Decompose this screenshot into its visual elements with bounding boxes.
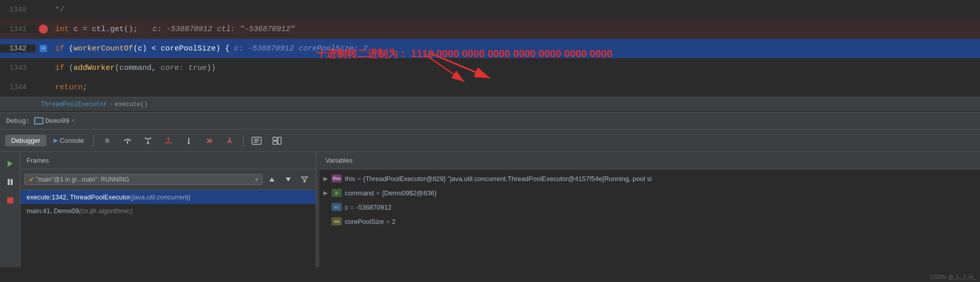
thread-dropdown-icon: ▾	[255, 176, 258, 183]
svg-marker-26	[286, 177, 291, 182]
bottom-panels: Frames ✔ "main"@1 in gr...main": RUNNING…	[0, 152, 980, 267]
code-line-1343: 1343 if (addWorker(command, core: true))	[0, 58, 980, 78]
svg-rect-18	[273, 137, 277, 140]
toolbar-btn-step-out[interactable]	[159, 133, 178, 148]
toolbar-divider-1	[93, 135, 94, 147]
var-item-this[interactable]: ▶ this this = {ThreadPoolExecutor@829} "…	[319, 171, 980, 186]
tab-debugger[interactable]: Debugger	[5, 135, 46, 146]
frame-up-btn[interactable]	[265, 172, 279, 187]
variables-panel: Variables ▶ this this = {ThreadPoolExecu…	[319, 152, 980, 267]
toolbar-divider-2	[243, 135, 243, 147]
thread-label: "main"@1 in gr...main": RUNNING	[36, 176, 255, 183]
var-arrow-command: ▶	[323, 190, 332, 196]
line-content-1342: if (workerCountOf(c) < corePoolSize) { c…	[51, 44, 980, 53]
svg-marker-8	[146, 143, 149, 144]
svg-point-0	[40, 26, 46, 32]
var-icon-c: 01	[332, 203, 342, 211]
toolbar-btn-evaluate[interactable]	[200, 133, 218, 148]
debug-header: Debug: Demo09 ×	[0, 112, 980, 130]
frames-list: execute:1342, ThreadPoolExecutor (java.u…	[20, 190, 316, 267]
line-number-1342: 1342	[0, 44, 36, 53]
svg-rect-24	[7, 197, 13, 203]
debug-tab-name[interactable]: Demo09	[45, 117, 69, 125]
toolbar-btn-menu[interactable]: ≡	[98, 133, 116, 148]
svg-rect-23	[11, 179, 13, 185]
var-icon-command: p	[332, 189, 342, 197]
svg-marker-25	[269, 177, 274, 182]
frames-header: Frames	[20, 152, 316, 169]
var-name-command: command	[345, 189, 374, 197]
thread-tick-icon: ✔	[29, 176, 34, 183]
line-content-1343: if (addWorker(command, core: true))	[51, 64, 980, 72]
frame-item-1[interactable]: main:41, Demo09 (cn.ljh.algorithmic)	[20, 204, 316, 218]
breadcrumb: ThreadPoolExecutor › execute()	[0, 97, 980, 111]
line-number-1341: 1341	[0, 25, 36, 33]
frame-detail-1: (cn.ljh.algorithmic)	[79, 207, 133, 215]
var-item-command[interactable]: ▶ p command = {Demo09$2@836}	[319, 186, 980, 200]
var-icon-this: this	[332, 174, 342, 183]
svg-rect-22	[8, 179, 10, 185]
var-item-c[interactable]: ▶ 01 c = -536870912	[319, 200, 980, 214]
var-arrow-corepoolsize: ▶	[323, 218, 332, 225]
line-content-1340: */	[51, 6, 980, 14]
svg-rect-19	[273, 141, 277, 144]
svg-marker-27	[301, 177, 308, 182]
var-icon-corepoolsize: oo	[332, 217, 342, 225]
frames-toolbar: ✔ "main"@1 in gr...main": RUNNING ▾	[20, 169, 316, 190]
code-line-1340: 1340 */	[0, 0, 980, 19]
code-editor: 1340 */ 1341 int c = ctl.get(); c: -5368…	[0, 0, 980, 112]
toolbar-btn-run-to-cursor[interactable]	[180, 133, 198, 148]
debug-tab-icon	[34, 117, 43, 124]
toolbar-btn-restore[interactable]	[268, 133, 286, 148]
stop-button[interactable]	[3, 193, 18, 208]
frames-panel: Frames ✔ "main"@1 in gr...main": RUNNING…	[20, 152, 316, 267]
pause-button[interactable]	[3, 174, 18, 190]
var-val-command: {Demo09$2@836}	[382, 189, 437, 197]
frame-filter-btn[interactable]	[297, 172, 312, 187]
line-number-1343: 1343	[0, 64, 36, 72]
line-number-1340: 1340	[0, 6, 36, 14]
resume-button[interactable]	[3, 156, 18, 171]
code-line-1344: 1344 return;	[0, 78, 980, 97]
debug-toolbar: Debugger ▶ Console ≡	[0, 130, 980, 152]
csdn-watermark: CSDN @_L_J_H_	[931, 274, 976, 280]
var-name-c: c	[345, 203, 348, 211]
breadcrumb-method[interactable]: execute()	[115, 101, 148, 108]
frames-title: Frames	[27, 157, 49, 164]
frame-down-btn[interactable]	[281, 172, 295, 187]
debugger-tab-label: Debugger	[11, 137, 40, 144]
toolbar-btn-watch[interactable]	[247, 133, 266, 148]
var-arrow-this: ▶	[323, 175, 332, 182]
var-item-corepoolsize[interactable]: ▶ oo corePoolSize = 2	[319, 214, 980, 228]
minus-icon-1342: −	[40, 45, 47, 52]
toolbar-btn-step-into[interactable]	[139, 133, 157, 148]
debug-action-sidebar	[0, 152, 20, 267]
var-arrow-c: ▶	[323, 204, 332, 211]
console-arrow-icon: ▶	[54, 137, 58, 144]
toolbar-btn-step-over[interactable]	[118, 133, 137, 148]
svg-marker-10	[167, 137, 170, 139]
var-name-this: this	[345, 175, 355, 183]
frame-item-0[interactable]: execute:1342, ThreadPoolExecutor (java.u…	[20, 190, 316, 204]
var-val-this: {ThreadPoolExecutor@829} "java.util.conc…	[363, 175, 652, 183]
line-gutter-1342: −	[36, 45, 51, 52]
debug-tab-close[interactable]: ×	[71, 118, 75, 124]
variables-header: Variables	[319, 152, 980, 169]
line-content-1344: return;	[51, 83, 980, 92]
toolbar-btn-trace[interactable]	[220, 133, 239, 148]
thread-selector[interactable]: ✔ "main"@1 in gr...main": RUNNING ▾	[24, 174, 263, 185]
debug-title-label: Debug:	[6, 117, 30, 125]
line-content-1341: int c = ctl.get(); c: -536870912 ctl: "-…	[51, 25, 980, 34]
code-line-1342: 1342 − if (workerCountOf(c) < corePoolSi…	[0, 39, 980, 58]
tab-console[interactable]: ▶ Console	[48, 135, 89, 146]
breadcrumb-class[interactable]: ThreadPoolExecutor	[41, 101, 107, 108]
svg-marker-21	[8, 161, 13, 167]
frame-label-1: main:41, Demo09	[27, 207, 79, 215]
console-tab-label: Console	[60, 137, 84, 144]
variables-list: ▶ this this = {ThreadPoolExecutor@829} "…	[319, 169, 980, 267]
var-val-corepoolsize: 2	[392, 218, 395, 225]
breakpoint-icon	[39, 24, 48, 34]
var-name-corepoolsize: corePoolSize	[345, 218, 384, 225]
var-val-c: -536870912	[356, 203, 391, 211]
line-number-1344: 1344	[0, 83, 36, 91]
